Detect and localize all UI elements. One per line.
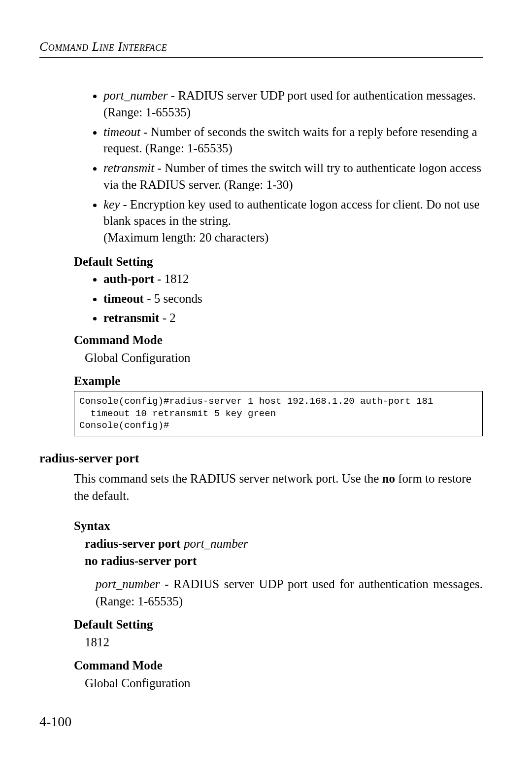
syntax-line: no radius-server port xyxy=(85,552,483,569)
running-head: Command Line Interface xyxy=(39,39,483,54)
param-desc: - Number of times the switch will try to… xyxy=(103,161,481,191)
example-code: Console(config)#radius-server 1 host 192… xyxy=(74,391,483,436)
list-item: key - Encryption key used to authenticat… xyxy=(103,196,483,246)
syntax-block: radius-server port port_number no radius… xyxy=(85,535,483,610)
section2-body: This command sets the RADIUS server netw… xyxy=(74,470,483,692)
list-item: timeout - 5 seconds xyxy=(103,290,483,307)
param-desc: - Encryption key used to authenticate lo… xyxy=(103,198,480,245)
command-mode-label: Command Mode xyxy=(74,333,483,347)
body: port_number - RADIUS server UDP port use… xyxy=(74,87,483,436)
list-item: port_number - RADIUS server UDP port use… xyxy=(103,87,483,121)
defaults-list: auth-port - 1812 timeout - 5 seconds ret… xyxy=(74,271,483,326)
command-mode-value-2: Global Configuration xyxy=(85,674,483,692)
page-number: 4-100 xyxy=(39,714,71,730)
syntax-cmd: radius-server port xyxy=(85,537,181,550)
list-item: timeout - Number of seconds the switch w… xyxy=(103,124,483,157)
syntax-label: Syntax xyxy=(74,519,483,533)
page: Command Line Interface port_number - RAD… xyxy=(0,0,532,774)
param-name: key xyxy=(103,198,120,211)
list-item: retransmit - 2 xyxy=(103,310,483,326)
param-name: retransmit xyxy=(103,161,154,175)
syntax-arg-desc: port_number - RADIUS server UDP port use… xyxy=(96,575,483,610)
command-title: radius-server port xyxy=(39,451,483,466)
list-item: auth-port - 1812 xyxy=(103,271,483,287)
list-item: retransmit - Number of times the switch … xyxy=(103,160,483,193)
default-value: - 5 seconds xyxy=(144,292,202,305)
param-desc: - Number of seconds the switch waits for… xyxy=(103,125,477,155)
desc-text: This command sets the RADIUS server netw… xyxy=(74,472,382,485)
syntax-arg: port_number xyxy=(181,537,248,550)
command-mode-label-2: Command Mode xyxy=(74,659,483,672)
default-value: - 2 xyxy=(159,311,175,324)
command-mode-value: Global Configuration xyxy=(85,349,483,366)
parameter-list: port_number - RADIUS server UDP port use… xyxy=(74,87,483,246)
param-name: timeout xyxy=(103,125,140,139)
header-rule xyxy=(39,57,483,58)
param-name: port_number xyxy=(103,89,168,102)
default-setting-label: Default Setting xyxy=(74,255,483,269)
default-name: auth-port xyxy=(103,272,154,285)
default-name: retransmit xyxy=(103,311,159,324)
default-value: - 1812 xyxy=(154,272,189,285)
default-value-2: 1812 xyxy=(85,633,483,651)
default-name: timeout xyxy=(103,292,144,305)
default-setting-label-2: Default Setting xyxy=(74,618,483,632)
desc-bold: no xyxy=(382,472,395,485)
syntax-line: radius-server port port_number xyxy=(85,535,483,552)
arg-name: port_number xyxy=(96,577,160,591)
command-description: This command sets the RADIUS server netw… xyxy=(74,470,483,504)
example-label: Example xyxy=(74,374,483,388)
